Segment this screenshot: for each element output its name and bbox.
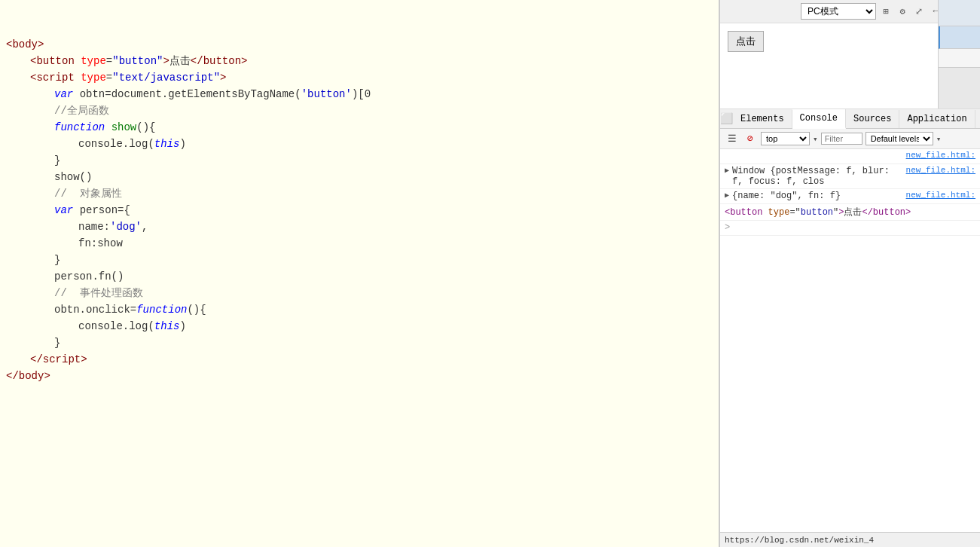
context-select[interactable]: top <box>761 132 810 145</box>
console-prompt-line[interactable]: > <box>720 221 980 236</box>
code-line-content: </script> <box>30 351 719 368</box>
code-line-content: name:'dog', <box>78 218 719 235</box>
thumbnail-strip <box>938 0 980 108</box>
expand-arrow-1[interactable]: ▶ <box>725 166 729 175</box>
code-editor[interactable]: <body><button type="button">点击</button><… <box>0 0 719 387</box>
code-line-content: <button type="button">点击</button> <box>30 53 719 69</box>
console-line: new_file.html: <box>720 149 980 164</box>
console-toolbar: ☰ ⊘ top ▾ Default levels ▾ <box>720 129 980 149</box>
device-select[interactable]: PC模式 移动模式 <box>801 3 876 20</box>
code-panel: <body><button type="button">点击</button><… <box>0 0 719 547</box>
code-line: var person={ <box>0 202 719 218</box>
console-line: <button type="button">点击</button> <box>720 204 980 221</box>
code-line-content: <body> <box>6 36 719 53</box>
responsive-icon[interactable]: ⊞ <box>879 5 893 18</box>
inspect-icon[interactable]: ⬜ <box>720 112 733 127</box>
console-filter-input[interactable] <box>821 133 862 145</box>
code-line: <script type="text/javascript"> <box>0 69 719 86</box>
code-line-content: console.log(this) <box>78 136 719 152</box>
code-line-content: //全局函数 <box>54 102 719 119</box>
code-line: // 对象属性 <box>0 185 719 202</box>
devtools-tabs: ⬜ Elements Console Sources Application » <box>720 109 980 129</box>
code-line: show() <box>0 169 719 185</box>
code-line: console.log(this) <box>0 136 719 152</box>
console-person-object: {name: "dog", fn: f} <box>732 191 900 201</box>
code-line-content: person.fn() <box>54 268 719 285</box>
thumb-item-2[interactable] <box>939 26 980 49</box>
status-url: https://blog.csdn.net/weixin_4 <box>725 536 874 545</box>
code-line-content: console.log(this) <box>78 318 719 335</box>
console-line: ▶ {name: "dog", fn: f} new_file.html: <box>720 189 980 204</box>
code-line-content: } <box>54 252 719 268</box>
code-line: person.fn() <box>0 268 719 285</box>
thumb-item-1[interactable] <box>939 0 980 26</box>
thumb-item-3[interactable] <box>939 49 980 68</box>
expand-arrow-2[interactable]: ▶ <box>725 191 729 200</box>
tab-console[interactable]: Console <box>792 109 846 129</box>
code-line-content: } <box>54 335 719 351</box>
expand-icon[interactable]: ⤢ <box>912 5 926 18</box>
code-line: // 事件处理函数 <box>0 285 719 301</box>
code-line: } <box>0 335 719 351</box>
code-line-content: <script type="text/javascript"> <box>30 69 719 86</box>
console-window-object: Window {postMessage: f, blur: f, focus: … <box>732 166 900 187</box>
code-line: </script> <box>0 351 719 368</box>
code-line-content: var obtn=document.getElementsByTagName('… <box>54 86 719 102</box>
code-line-content: // 对象属性 <box>54 185 719 202</box>
console-prompt-symbol: > <box>725 222 730 233</box>
code-line: console.log(this) <box>0 318 719 335</box>
code-line: obtn.onclick=function(){ <box>0 301 719 318</box>
tab-application[interactable]: Application <box>899 110 975 128</box>
code-line: fn:show <box>0 235 719 252</box>
code-line: } <box>0 152 719 169</box>
code-line: } <box>0 252 719 268</box>
status-bar: https://blog.csdn.net/weixin_4 <box>720 532 980 547</box>
code-line: name:'dog', <box>0 218 719 235</box>
code-line-content: fn:show <box>78 235 719 252</box>
clear-console-icon[interactable]: ⊘ <box>743 131 758 146</box>
code-line-content: } <box>54 152 719 169</box>
code-line-content: show() <box>54 169 719 185</box>
console-line: ▶ Window {postMessage: f, blur: f, focus… <box>720 164 980 189</box>
console-source-link-2[interactable]: new_file.html: <box>900 166 975 175</box>
code-line-content: </body> <box>6 368 719 384</box>
code-line: //全局函数 <box>0 102 719 119</box>
code-line-content: var person={ <box>54 202 719 218</box>
console-source-link-1[interactable]: new_file.html: <box>900 151 975 160</box>
code-line-content: // 事件处理函数 <box>54 285 719 301</box>
code-line-content: function show(){ <box>54 119 719 136</box>
console-output: new_file.html: ▶ Window {postMessage: f,… <box>720 149 980 532</box>
code-line: <button type="button">点击</button> <box>0 53 719 69</box>
settings-icon[interactable]: ⚙ <box>896 5 909 18</box>
tab-sources[interactable]: Sources <box>846 110 899 128</box>
code-line: var obtn=document.getElementsByTagName('… <box>0 86 719 102</box>
devtools-panel: PC模式 移动模式 ⊞ ⚙ ⤢ ← → ↻ 点击 ⬜ Elements Cons… <box>719 0 980 547</box>
log-levels-select[interactable]: Default levels <box>866 132 933 145</box>
more-tabs-button[interactable]: » <box>975 110 980 128</box>
preview-click-button[interactable]: 点击 <box>728 31 764 52</box>
tab-elements[interactable]: Elements <box>733 110 792 128</box>
console-source-link-3[interactable]: new_file.html: <box>900 191 975 200</box>
code-line: function show(){ <box>0 119 719 136</box>
console-button-tag: <button type="button">点击</button> <box>725 206 975 218</box>
preview-area: PC模式 移动模式 ⊞ ⚙ ⤢ ← → ↻ 点击 <box>720 0 980 109</box>
code-line: <body> <box>0 36 719 53</box>
code-line-content: obtn.onclick=function(){ <box>54 301 719 318</box>
code-line: </body> <box>0 368 719 384</box>
sidebar-toggle-icon[interactable]: ☰ <box>725 131 740 146</box>
